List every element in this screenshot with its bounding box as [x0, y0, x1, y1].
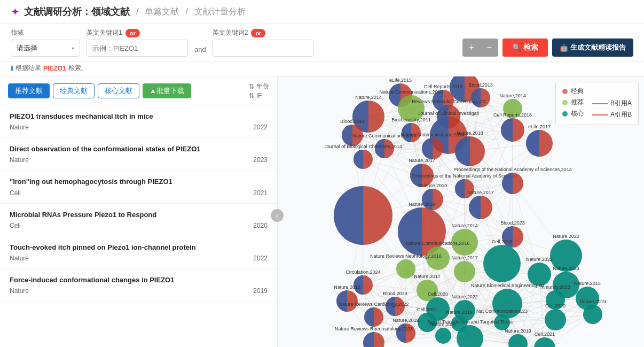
minus-button[interactable]: − [481, 38, 498, 57]
node-label: Circulation,2024 [345, 269, 380, 275]
domain-field-group: 领域 请选择 ▾ [11, 28, 80, 57]
svg-point-497 [545, 309, 566, 330]
network-node[interactable]: Cell,2020 [545, 303, 566, 330]
node-label: Nature Biomedical Engineering,20 [471, 283, 544, 288]
header: ✦ 文献调研分析：领域文献 / 单篇文献 / 文献计量分析 [0, 0, 644, 24]
breadcrumb-single[interactable]: 单篇文献 [145, 6, 179, 18]
article-meta: Cell 2021 [10, 189, 268, 197]
node-label: Cell,2018 [492, 239, 512, 244]
node-label: Nature,2023 [553, 266, 579, 271]
kw2-input[interactable] [213, 40, 314, 57]
core-dot [562, 111, 568, 117]
article-item[interactable]: Direct observation of the conformational… [0, 138, 277, 171]
article-meta: Nature 2022 [10, 255, 268, 262]
node-label: Proceedings of the National Academy of S… [411, 173, 518, 179]
network-node[interactable]: Nature,2022 [430, 322, 457, 344]
article-year: 2021 [253, 189, 268, 197]
domain-placeholder: 请选择 [17, 43, 37, 53]
article-title: PIEZO1 transduces mechanical itch in mic… [10, 112, 268, 121]
article-journal: Nature [10, 255, 29, 262]
sort-year[interactable]: ⇅ 年份 [249, 82, 269, 91]
breadcrumb-analysis[interactable]: 文献计量分析 [194, 6, 246, 18]
article-journal: Cell [10, 189, 21, 197]
node-label: Blood,2023 [500, 220, 525, 226]
network-node[interactable]: Nature,2017 [414, 274, 441, 301]
article-title: Direct observation of the conformational… [10, 144, 268, 154]
legend-classic: 经典 [562, 87, 632, 96]
domain-select[interactable]: 请选择 ▾ [11, 40, 80, 57]
info-keyword: PIEZO1 [43, 65, 66, 72]
recommend-dot [562, 100, 568, 105]
network-node[interactable]: Nature,2022 [526, 257, 553, 286]
sort-year-icon: ⇅ [249, 83, 254, 90]
plus-button[interactable]: + [462, 38, 480, 57]
network-node[interactable]: Blood,2012 [340, 119, 365, 146]
kw1-field-group: 英文关键词1 or [87, 28, 188, 57]
node-label: eLife,2015 [389, 78, 412, 83]
network-node[interactable]: Nature,2017 [467, 190, 494, 219]
domain-label: 领域 [11, 28, 80, 37]
kw1-label: 英文关键词1 [87, 28, 122, 37]
node-label: Biochemistry,2011 [391, 117, 430, 122]
legend-arrow-a: B引用A [592, 98, 632, 109]
network-node[interactable]: Nature,2018 [334, 284, 360, 312]
svg-point-481 [454, 261, 475, 282]
kw2-label: 英文关键词2 [213, 28, 248, 37]
recommend-label: 推荐 [571, 98, 584, 107]
header-icon: ✦ [11, 5, 20, 18]
node-label: Journal of Clinical Investigati [418, 111, 479, 116]
search-button[interactable]: 🔍 检索 [502, 38, 548, 57]
article-item[interactable]: Force-induced conformational changes in … [0, 269, 277, 302]
download-button[interactable]: ▲批量下载 [143, 83, 191, 98]
article-title: Microbial RNAs Pressure Piezo1 to Respon… [10, 210, 268, 220]
network-node[interactable]: Nature,2019 [579, 299, 606, 324]
article-title: "Iron"ing out hemophagocytosis through P… [10, 177, 268, 187]
node-label: Nature Reviews Nephrology,2016 [370, 253, 442, 259]
kw2-field-group: 英文关键词2 or [213, 28, 314, 57]
node-label: Nature Communications,2016 [379, 89, 443, 95]
network-node[interactable]: Journal of Biological Chemistry,2014 [324, 144, 402, 169]
classic-dot [562, 89, 568, 94]
article-item[interactable]: Microbial RNAs Pressure Piezo1 to Respon… [0, 204, 277, 236]
article-meta: Nature 2019 [10, 287, 268, 295]
network-node[interactable]: eLife,2017 [526, 124, 553, 157]
network-node[interactable] [334, 186, 392, 245]
node-label: Nature,2014 [499, 93, 526, 98]
article-item[interactable]: PIEZO1 transduces mechanical itch in mic… [0, 105, 277, 138]
main-content: 推荐文献 经典文献 核心文献 ▲批量下载 ⇅ 年份 ⇅ IF PIEZO1 tr… [0, 76, 644, 347]
article-title: Force-induced conformational changes in … [10, 275, 268, 285]
node-label: Nature,2017 [409, 158, 435, 163]
article-title: Touch-evoked itch pinned on Piezo1 ion-c… [10, 243, 268, 252]
node-label: mmunity,2023 [540, 284, 570, 290]
node-label: Nature,2014 [355, 95, 382, 100]
node-label: Nature,2022 [553, 234, 579, 239]
report-button[interactable]: 🤖 生成文献精读报告 [552, 38, 633, 57]
network-node[interactable]: Circulation,2024 [345, 269, 380, 295]
sort-if[interactable]: ⇅ IF [249, 92, 269, 99]
robot-icon: 🤖 [560, 44, 568, 52]
article-item[interactable]: "Iron"ing out hemophagocytosis through P… [0, 171, 277, 203]
tab-recommend[interactable]: 推荐文献 [8, 83, 50, 98]
tab-classic[interactable]: 经典文献 [53, 83, 95, 98]
svg-point-480 [396, 259, 415, 279]
network-node[interactable]: Nature,2014 [451, 223, 478, 256]
or-badge-1[interactable]: or [125, 29, 140, 37]
sort-year-label: 年份 [256, 82, 269, 91]
tab-core[interactable]: 核心文献 [98, 83, 139, 98]
node-label: Cell Reports,2015 [424, 84, 462, 89]
article-year: 2023 [253, 156, 268, 164]
legend-recommend: 推荐 [562, 98, 584, 107]
chevron-down-icon: ▾ [72, 45, 74, 51]
arrow-a-line [592, 103, 608, 104]
or-badge-2[interactable]: or [251, 29, 265, 37]
article-meta: Cell 2020 [10, 222, 268, 229]
breadcrumb-sep-1: / [136, 7, 138, 17]
network-node[interactable]: Nature,2017 [451, 255, 478, 282]
and-text: and [194, 45, 206, 53]
node-label: Journal of Biological Chemistry,2014 [324, 144, 402, 149]
svg-point-490 [492, 289, 522, 319]
scroll-right-indicator[interactable]: ‹ [271, 209, 284, 222]
article-item[interactable]: Touch-evoked itch pinned on Piezo1 ion-c… [0, 236, 277, 269]
plus-minus-group: + − [462, 38, 498, 57]
kw1-input[interactable] [87, 40, 188, 57]
